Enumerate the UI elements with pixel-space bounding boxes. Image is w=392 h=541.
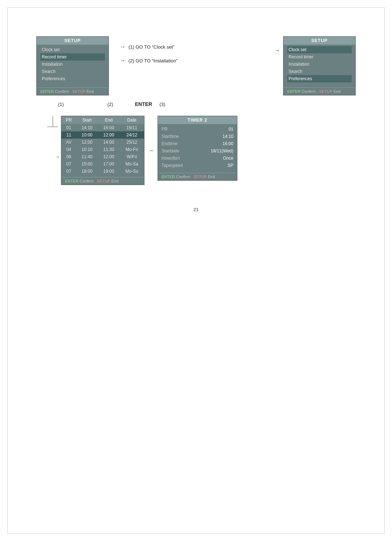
annotations-middle: → (1) GO TO “Clock set” → (2) GO TO “Ins… [109, 36, 274, 78]
cell-start: 10:00 [76, 131, 98, 139]
cell-end: 14:00 [98, 139, 120, 146]
menu-item-search[interactable]: Search [40, 68, 105, 75]
table-row[interactable]: 11 10:00 12:00 24/12 [61, 131, 144, 139]
setup-menu-left-items: Clock set Record timer Installation Sear… [37, 45, 109, 84]
setup-menu-left-title: SETUP [37, 37, 109, 45]
menu-item-clock-set[interactable]: Clock set [40, 46, 105, 53]
main-content: SETUP Clock set Record timer Installatio… [22, 29, 370, 220]
setup-menu-right-title: SETUP [283, 37, 355, 45]
end-detail: End [208, 175, 215, 179]
col-pr: PR [61, 116, 76, 124]
cell-date: Mo-Sa [120, 160, 144, 168]
detail-label-pr: PR [162, 127, 168, 132]
annotation-step1: → (1) GO TO “Clock set” [120, 44, 264, 50]
detail-row-howoften[interactable]: Howoften Once [162, 155, 233, 162]
label-2: (2) [107, 102, 113, 107]
menu-item-right-installation[interactable]: Installation [287, 61, 352, 68]
detail-row-endtime[interactable]: Endtime 16:00 [162, 140, 233, 147]
cell-start: 10:10 [76, 146, 98, 153]
table-row[interactable]: 04 10:10 11:30 Mo-Fri [61, 146, 144, 153]
cell-start: 15:00 [76, 160, 98, 168]
menu-item-right-search[interactable]: Search [287, 68, 352, 75]
col-date: Date [120, 116, 144, 124]
cell-end: 12:00 [98, 131, 120, 139]
cell-pr: 07 [61, 168, 76, 175]
table-row[interactable]: 01 14:10 16:00 19/11 [61, 124, 144, 131]
cell-end: 16:00 [98, 124, 120, 131]
setup-menu-right-footer: ENTER Confirm SETUP End [283, 87, 355, 95]
key-enter-right: ENTER [287, 89, 301, 94]
detail-row-pr[interactable]: PR 01 [162, 126, 233, 133]
timer-table: PR Start End Date 01 14:10 16:00 19/11 [61, 116, 144, 175]
cell-start: 14:10 [76, 124, 98, 131]
cell-pr: 04 [61, 146, 76, 153]
annotation-step2: → (2) GO TO “Installation” [120, 57, 264, 64]
detail-row-startdate[interactable]: Startdate 18/11(Wed) [162, 147, 233, 155]
page: SETUP Clock set Record timer Installatio… [0, 0, 392, 541]
detail-value-howoften: Once [223, 156, 233, 161]
key-enter-timer: ENTER [65, 179, 78, 183]
confirm-label-left: Confirm [55, 89, 69, 94]
detail-value-endtime: 16:00 [222, 141, 233, 146]
menu-item-record-timer[interactable]: Record timer [40, 53, 105, 61]
confirm-timer: Confirm [79, 179, 94, 183]
label-enter: ENTER [135, 101, 152, 107]
detail-value-pr: 01 [229, 127, 233, 132]
col-end: End [98, 116, 120, 124]
confirm-label-right: Confirm [302, 89, 316, 94]
table-row-arrow[interactable]: → 06 11:40 12:00 W/Fri [61, 153, 144, 160]
menu-item-preferences[interactable]: Preferences [40, 75, 105, 82]
detail-value-startdate: 18/11(Wed) [211, 148, 233, 153]
label-1: (1) [58, 102, 64, 107]
detail-row-starttime[interactable]: Starttime 14:10 [162, 133, 233, 140]
setup-menu-left: SETUP Clock set Record timer Installatio… [36, 36, 109, 95]
connector-line-v [53, 116, 53, 127]
menu-item-right-clock-set[interactable]: Clock set [287, 46, 352, 53]
table-row[interactable]: 07 15:00 17:00 Mo-Sa [61, 160, 144, 168]
key-setup-timer: SETUP [97, 179, 110, 183]
key-setup-detail: SETUP [193, 175, 207, 179]
arrow-step1-icon: → [120, 44, 126, 50]
cell-pr: 07 [61, 160, 76, 168]
menu-item-installation[interactable]: Installation [40, 61, 105, 68]
cell-date: Mo-Fri [120, 146, 144, 153]
timer-detail-footer: ENTER Confirm SETUP End [158, 173, 237, 180]
cell-date: Mo-Su [120, 168, 144, 175]
menu-item-right-preferences[interactable]: Preferences [287, 75, 352, 82]
arrow-between-tables: → [144, 147, 158, 154]
cell-pr: AV [61, 139, 76, 146]
cell-start: 11:40 [76, 153, 98, 160]
cell-end: 19:00 [98, 168, 120, 175]
cell-start: 12:00 [76, 139, 98, 146]
detail-label-starttime: Starttime [162, 134, 179, 139]
table-row[interactable]: AV 12:00 14:00 25/12 [61, 139, 144, 146]
detail-value-tapespeed: SP [228, 163, 233, 168]
key-setup-right: SETUP [319, 89, 332, 94]
cell-pr-arrow: → 06 [61, 153, 76, 160]
setup-menu-left-footer: ENTER Confirm SETUP End [37, 87, 109, 95]
arrow-step2-icon: → [120, 57, 126, 64]
detail-label-tapespeed: Tapespeed [162, 163, 183, 168]
timer-list-panel: PR Start End Date 01 14:10 16:00 19/11 [61, 116, 144, 185]
timer-list-footer: ENTER Confirm SETUP End [61, 177, 144, 185]
end-label-left: End [87, 89, 94, 94]
connector-line-h [47, 127, 58, 127]
cell-date: 19/11 [120, 124, 144, 131]
confirm-detail: Confirm [176, 175, 190, 179]
key-enter-detail: ENTER [162, 175, 175, 179]
detail-label-howoften: Howoften [162, 156, 180, 161]
detail-row-tapespeed[interactable]: Tapespeed SP [162, 162, 233, 169]
cell-end: 17:00 [98, 160, 120, 168]
cell-pr: 01 [61, 124, 76, 131]
label-3: (3) [159, 102, 165, 107]
annotation-step1-text: (1) GO TO “Clock set” [128, 44, 175, 50]
timer-detail-rows: PR 01 Starttime 14:10 Endtime 16:00 Star… [158, 124, 237, 171]
cell-date: 24/12 [120, 131, 144, 139]
detail-label-startdate: Startdate [162, 148, 179, 153]
menu-item-right-record-timer[interactable]: Record timer [287, 53, 352, 61]
page-number: 21 [36, 207, 356, 212]
end-timer: End [111, 179, 119, 183]
table-row[interactable]: 07 18:00 19:00 Mo-Su [61, 168, 144, 175]
bottom-row: PR Start End Date 01 14:10 16:00 19/11 [36, 116, 356, 185]
end-label-right: End [334, 89, 341, 94]
